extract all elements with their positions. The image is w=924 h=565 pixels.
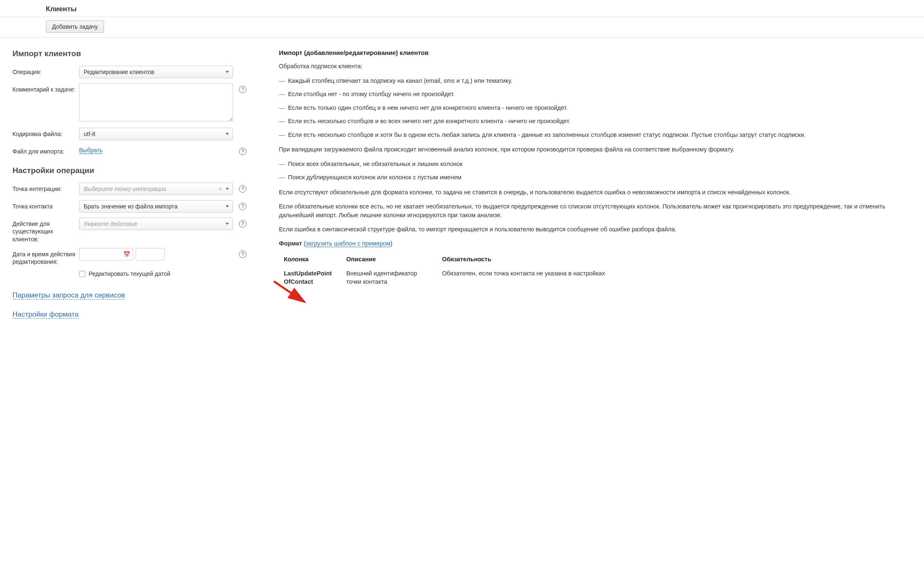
action-select[interactable]: Укажите действие	[79, 218, 233, 230]
contact-value: Брать значение из файла импорта	[84, 203, 177, 210]
validation-list: Поиск всех обязательных, не обязательных…	[279, 159, 912, 182]
table-header-description: Описание	[341, 253, 437, 267]
caret-down-icon	[226, 223, 229, 225]
download-template-link[interactable]: загрузить шаблон с примером	[306, 240, 390, 247]
table-cell-column: LastUpdatePointOfContact	[279, 267, 341, 289]
operation-select[interactable]: Редактирование клиентов	[79, 66, 233, 78]
comment-textarea[interactable]	[79, 83, 233, 121]
help-icon[interactable]: ?	[239, 220, 246, 228]
checkbox-label: Редактировать текущей датой	[89, 270, 170, 277]
clear-icon[interactable]: ×	[219, 186, 222, 192]
table-header-column: Колонка	[279, 253, 341, 267]
contact-select[interactable]: Брать значение из файла импорта	[79, 200, 233, 213]
file-choose-link[interactable]: Выбрать	[79, 147, 102, 154]
integration-select[interactable]: Выберите точку интеграции ×	[79, 183, 233, 195]
encoding-label: Кодировка файла:	[12, 128, 79, 138]
help-icon[interactable]: ?	[239, 203, 246, 210]
add-task-button[interactable]: Добавить задачу	[46, 20, 104, 33]
page-title: Клиенты	[46, 5, 924, 13]
edit-current-date-checkbox[interactable]	[79, 271, 85, 277]
subs-heading: Обработка подписок клиента:	[279, 62, 912, 71]
datetime-label: Дата и время действия редактирования:	[12, 248, 79, 265]
action-placeholder: Укажите действие	[84, 221, 137, 227]
section-import-title: Импорт клиентов	[12, 49, 254, 58]
encoding-select[interactable]: utf-8	[79, 128, 233, 140]
format-label: Формат	[279, 240, 302, 247]
missing-optional-paragraph: Если обязательные колонки все есть, но н…	[279, 202, 912, 221]
help-icon[interactable]: ?	[239, 185, 246, 193]
missing-required-paragraph: Если отсутствуют обязательные для формат…	[279, 188, 912, 197]
operation-value: Редактирование клиентов	[84, 69, 154, 75]
validation-paragraph: При валидации загружаемого файла происхо…	[279, 145, 912, 154]
table-row: LastUpdatePointOfContact Внешний идентиф…	[279, 267, 912, 289]
action-label: Действие для существующих клиентов:	[12, 218, 79, 243]
calendar-icon: 📅	[123, 251, 130, 258]
time-input[interactable]	[136, 248, 165, 260]
section-settings-title: Настройки операции	[12, 166, 254, 175]
params-for-services-link[interactable]: Параметры запроса для сервисов	[12, 291, 125, 300]
list-item: Если есть несколько столбцов и во всех н…	[279, 116, 912, 126]
table-cell-required: Обязателен, если точка контакта не указа…	[437, 267, 912, 289]
caret-down-icon	[226, 71, 229, 73]
help-icon[interactable]: ?	[239, 148, 246, 155]
list-item: Если столбца нет - по этому столбцу ниче…	[279, 89, 912, 99]
help-title: Импорт (добавление/редактирование) клиен…	[279, 49, 912, 56]
list-item: Если есть несколько столбцов и хотя бы в…	[279, 130, 912, 139]
file-label: Файл для импорта:	[12, 145, 79, 155]
format-settings-link[interactable]: Настройки формата	[12, 310, 79, 319]
format-table: Колонка Описание Обязательность LastUpda…	[279, 253, 912, 289]
caret-down-icon	[226, 206, 229, 208]
format-line: Формат (загрузить шаблон с примером)	[279, 239, 912, 248]
caret-down-icon	[226, 188, 229, 190]
caret-down-icon	[226, 133, 229, 135]
syntax-error-paragraph: Если ошибка в синтаксической структуре ф…	[279, 225, 912, 234]
operation-label: Операция:	[12, 66, 79, 76]
integration-placeholder: Выберите точку интеграции	[84, 186, 166, 192]
table-cell-description: Внешний идентификатор точки контакта	[341, 267, 437, 289]
list-item: Каждый столбец отвечает за подписку на к…	[279, 76, 912, 85]
date-input[interactable]: 📅	[79, 248, 133, 260]
list-item: Поиск всех обязательных, не обязательных…	[279, 159, 912, 169]
encoding-value: utf-8	[84, 131, 95, 137]
help-icon[interactable]: ?	[239, 86, 246, 93]
subs-list: Каждый столбец отвечает за подписку на к…	[279, 76, 912, 139]
contact-label: Точка контакта	[12, 200, 79, 210]
list-item: Поиск дублирующихся колонок или колонок …	[279, 173, 912, 182]
comment-label: Комментарий к задаче:	[12, 83, 79, 93]
help-icon[interactable]: ?	[239, 250, 246, 258]
table-header-required: Обязательность	[437, 253, 912, 267]
integration-label: Точка интеграции:	[12, 183, 79, 193]
list-item: Если есть только один столбец и в нем ни…	[279, 103, 912, 112]
